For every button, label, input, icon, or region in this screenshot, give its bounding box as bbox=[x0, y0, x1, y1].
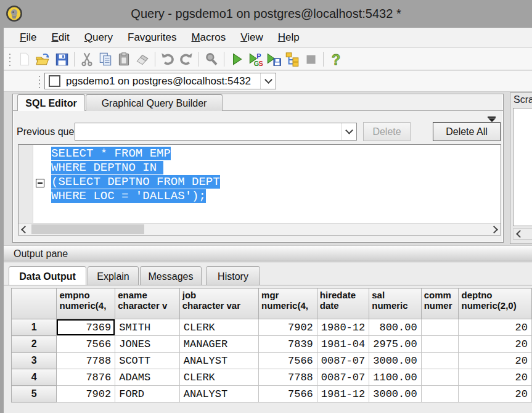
column-header-sal[interactable]: salnumeric bbox=[369, 288, 421, 319]
cell[interactable]: 7788 bbox=[259, 369, 317, 386]
previous-queries-combo[interactable] bbox=[75, 123, 357, 141]
scroll-left-icon[interactable] bbox=[18, 224, 30, 235]
cell[interactable]: ADAMS bbox=[115, 369, 180, 386]
menu-query[interactable]: Query bbox=[77, 28, 120, 47]
menu-help[interactable]: Help bbox=[271, 28, 307, 47]
scratch-pad-hscrollbar[interactable] bbox=[513, 228, 532, 240]
cell[interactable]: 20 bbox=[459, 353, 532, 369]
cell[interactable]: 20 bbox=[459, 369, 532, 386]
menu-view[interactable]: View bbox=[233, 28, 271, 47]
cell[interactable]: 7902 bbox=[57, 386, 115, 403]
tab-graphical-query-builder[interactable]: Graphical Query Builder bbox=[86, 94, 223, 111]
cell[interactable]: 1981-04 bbox=[317, 336, 369, 353]
cell[interactable]: SCOTT bbox=[115, 353, 180, 369]
row-header[interactable]: 2 bbox=[12, 336, 57, 353]
execute-query-button[interactable] bbox=[227, 50, 246, 68]
row-header[interactable]: 4 bbox=[12, 369, 57, 386]
paste-button[interactable] bbox=[115, 50, 133, 68]
previous-queries-arrow[interactable] bbox=[341, 123, 356, 140]
cell[interactable]: 3000.00 bbox=[369, 386, 421, 403]
explain-query-button[interactable] bbox=[283, 50, 301, 68]
cancel-query-button[interactable] bbox=[301, 50, 320, 68]
execute-pgscript-button[interactable]: P G S bbox=[246, 50, 264, 68]
scroll-right-icon[interactable] bbox=[489, 224, 501, 235]
row-header[interactable]: 1 bbox=[12, 319, 57, 336]
cell[interactable]: JONES bbox=[115, 336, 180, 353]
cell[interactable]: 7566 bbox=[259, 386, 317, 403]
panel-dropdown-icon[interactable] bbox=[488, 117, 496, 122]
column-header-ename[interactable]: enamecharacter v bbox=[115, 288, 180, 319]
connection-combo[interactable]: pgsdemo1 on postgres@localhost:5432 bbox=[44, 73, 276, 89]
column-header-mgr[interactable]: mgrnumeric(4, bbox=[259, 288, 317, 319]
column-header-comm[interactable]: commnumer bbox=[421, 288, 459, 319]
cell[interactable]: 7369 bbox=[57, 319, 115, 336]
menu-macros[interactable]: Macros bbox=[184, 28, 233, 47]
corner-header[interactable] bbox=[12, 288, 57, 319]
cell[interactable]: 1981-12 bbox=[317, 386, 369, 403]
column-header-deptno[interactable]: deptnonumeric(2,0) bbox=[459, 288, 532, 319]
cut-button[interactable] bbox=[78, 50, 96, 68]
cell[interactable]: 0087-07 bbox=[317, 369, 369, 386]
editor-hscrollbar[interactable] bbox=[18, 223, 501, 235]
scratch-pad-text-area[interactable] bbox=[513, 108, 532, 226]
toolbar-grip[interactable] bbox=[9, 52, 11, 66]
cell[interactable]: 7788 bbox=[57, 353, 115, 369]
cell[interactable]: 2975.00 bbox=[369, 336, 421, 353]
tab-explain[interactable]: Explain bbox=[88, 266, 139, 285]
find-replace-button[interactable] bbox=[202, 50, 221, 68]
cell[interactable]: ANALYST bbox=[179, 386, 258, 403]
row-header[interactable]: 3 bbox=[12, 353, 57, 369]
row-header[interactable]: 5 bbox=[12, 386, 57, 403]
help-button[interactable]: ? bbox=[327, 50, 345, 68]
sql-editor[interactable]: SELECT * FROM EMP WHERE DEPTNO IN (SELEC… bbox=[18, 144, 501, 235]
delete-button[interactable]: Delete bbox=[363, 122, 411, 141]
cell[interactable] bbox=[421, 353, 459, 369]
copy-button[interactable] bbox=[96, 50, 115, 68]
save-button[interactable] bbox=[52, 50, 71, 68]
undo-button[interactable] bbox=[158, 50, 177, 68]
cell[interactable]: 20 bbox=[459, 319, 532, 336]
connection-combo-arrow[interactable] bbox=[260, 73, 276, 89]
cell[interactable] bbox=[421, 336, 459, 353]
tab-history[interactable]: History bbox=[206, 266, 260, 285]
cell[interactable]: 20 bbox=[459, 336, 532, 353]
cell[interactable]: 1100.00 bbox=[369, 369, 421, 386]
scroll-left-icon[interactable] bbox=[514, 228, 525, 239]
clear-window-button[interactable] bbox=[133, 50, 152, 68]
cell[interactable]: ANALYST bbox=[179, 353, 258, 369]
fold-collapse-icon[interactable] bbox=[36, 179, 44, 187]
menu-edit[interactable]: Edit bbox=[44, 28, 76, 47]
cell[interactable]: 7566 bbox=[57, 336, 115, 353]
tab-sql-editor[interactable]: SQL Editor bbox=[17, 94, 85, 111]
cell[interactable]: SMITH bbox=[115, 319, 180, 336]
cell[interactable]: CLERK bbox=[179, 319, 258, 336]
redo-button[interactable] bbox=[177, 50, 195, 68]
menu-file[interactable]: File bbox=[12, 28, 44, 47]
connbar-grip[interactable] bbox=[38, 75, 41, 88]
cell[interactable] bbox=[421, 369, 459, 386]
cell[interactable] bbox=[421, 386, 459, 403]
tab-messages[interactable]: Messages bbox=[140, 266, 202, 285]
cell[interactable]: FORD bbox=[115, 386, 180, 403]
column-header-empno[interactable]: empnonumeric(4, bbox=[57, 288, 115, 319]
cell[interactable]: MANAGER bbox=[179, 336, 258, 353]
execute-to-file-button[interactable] bbox=[264, 50, 283, 68]
cell[interactable] bbox=[421, 319, 459, 336]
open-file-button[interactable] bbox=[34, 50, 52, 68]
new-file-button[interactable] bbox=[15, 50, 34, 68]
column-header-hiredate[interactable]: hiredatedate bbox=[317, 288, 369, 319]
cell[interactable]: 20 bbox=[459, 386, 532, 403]
tab-data-output[interactable]: Data Output bbox=[9, 266, 86, 285]
cell[interactable]: 7566 bbox=[259, 353, 317, 369]
column-header-job[interactable]: jobcharacter var bbox=[179, 288, 258, 319]
menu-favourites[interactable]: Favourites bbox=[120, 28, 184, 47]
delete-all-button[interactable]: Delete All bbox=[433, 122, 501, 141]
cell[interactable]: 7902 bbox=[259, 319, 317, 336]
scrollbar-thumb[interactable] bbox=[31, 224, 144, 234]
cell[interactable]: 3000.00 bbox=[369, 353, 421, 369]
cell[interactable]: 1980-12 bbox=[317, 319, 369, 336]
cell[interactable]: 0087-07 bbox=[317, 353, 369, 369]
cell[interactable]: 800.00 bbox=[369, 319, 421, 336]
cell[interactable]: 7876 bbox=[57, 369, 115, 386]
cell[interactable]: 7839 bbox=[259, 336, 317, 353]
